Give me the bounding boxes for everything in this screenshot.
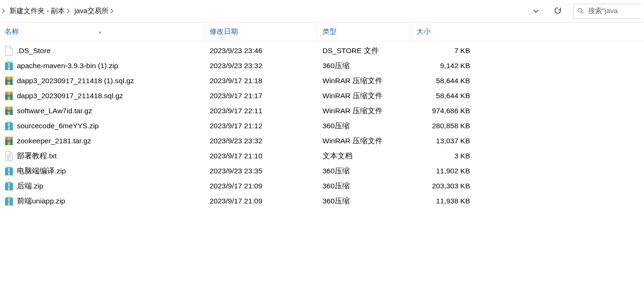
file-zip-icon <box>5 166 13 176</box>
chevron-right-icon[interactable] <box>110 8 116 14</box>
sort-asc-icon: ▴ <box>99 29 101 34</box>
cell-type: DS_STORE 文件 <box>318 46 412 56</box>
cell-date: 2023/9/17 21:18 <box>205 77 318 85</box>
cell-date: 2023/9/17 21:09 <box>205 182 318 190</box>
table-row[interactable]: 前端uniapp.zip2023/9/17 21:09360压缩11,938 K… <box>0 194 644 209</box>
column-size[interactable]: 大小 <box>412 23 475 41</box>
chevron-right-icon[interactable] <box>2 8 8 14</box>
column-headers: 名称 ▴ 修改日期 类型 大小 <box>0 23 644 41</box>
file-blank-icon <box>5 46 13 56</box>
file-name-label: 电脑端编译.zip <box>17 166 66 176</box>
file-zip-icon <box>5 61 13 71</box>
file-zip-icon <box>5 121 13 131</box>
address-bar: 新建文件夹 - 副本 java交易所 搜索"java <box>0 0 644 23</box>
cell-date: 2023/9/17 22:11 <box>205 107 318 115</box>
cell-name: 后端.zip <box>0 181 205 191</box>
file-name-label: 部署教程.txt <box>17 151 57 161</box>
cell-size: 58,644 KB <box>412 92 475 100</box>
table-row[interactable]: 电脑端编译.zip2023/9/23 23:35360压缩11,902 KB <box>0 163 644 179</box>
svg-point-0 <box>578 8 582 12</box>
breadcrumb-item[interactable]: java交易所 <box>72 7 110 16</box>
column-name[interactable]: 名称 ▴ <box>0 23 205 41</box>
table-row[interactable]: dapp3_20230917_211418.sql.gz2023/9/17 21… <box>0 88 644 103</box>
file-rar-icon <box>5 106 13 116</box>
cell-name: dapp3_20230917_211418 (1).sql.gz <box>0 76 205 86</box>
cell-name: .DS_Store <box>0 46 205 56</box>
table-row[interactable]: 后端.zip2023/9/17 21:09360压缩203,303 KB <box>0 179 644 194</box>
search-icon <box>577 8 584 15</box>
cell-date: 2023/9/17 21:17 <box>205 92 318 100</box>
file-name-label: zookeeper_2181.tar.gz <box>17 137 91 145</box>
cell-date: 2023/9/23 23:32 <box>205 62 318 70</box>
breadcrumb-item[interactable]: 新建文件夹 - 副本 <box>8 7 67 16</box>
column-date-label: 修改日期 <box>210 27 238 36</box>
table-row[interactable]: sourcecode_6meYYS.zip2023/9/17 21:12360压… <box>0 118 644 133</box>
table-row[interactable]: .DS_Store2023/9/23 23:46DS_STORE 文件7 KB <box>0 43 644 58</box>
history-dropdown-button[interactable] <box>526 4 546 19</box>
table-row[interactable]: zookeeper_2181.tar.gz2023/9/23 23:32WinR… <box>0 133 644 148</box>
table-row[interactable]: software_LAw7id.tar.gz2023/9/17 22:11Win… <box>0 103 644 118</box>
refresh-icon <box>554 7 562 16</box>
cell-date: 2023/9/23 23:46 <box>205 47 318 55</box>
file-name-label: sourcecode_6meYYS.zip <box>17 122 99 130</box>
cell-type: 360压缩 <box>318 196 412 206</box>
cell-type: 360压缩 <box>318 121 412 131</box>
search-input[interactable]: 搜索"java <box>573 4 641 19</box>
cell-date: 2023/9/17 21:12 <box>205 122 318 130</box>
cell-size: 203,303 KB <box>412 182 475 190</box>
cell-type: WinRAR 压缩文件 <box>318 76 412 86</box>
cell-name: software_LAw7id.tar.gz <box>0 106 205 116</box>
cell-name: apache-maven-3.9.3-bin (1).zip <box>0 61 205 71</box>
cell-type: 360压缩 <box>318 61 412 71</box>
breadcrumb[interactable]: 新建文件夹 - 副本 java交易所 <box>0 0 525 22</box>
cell-name: 电脑端编译.zip <box>0 166 205 176</box>
file-rar-icon <box>5 91 13 101</box>
file-zip-icon <box>5 181 13 191</box>
cell-type: WinRAR 压缩文件 <box>318 136 412 146</box>
cell-size: 7 KB <box>412 47 475 55</box>
cell-type: 360压缩 <box>318 166 412 176</box>
search-placeholder: 搜索"java <box>588 7 618 16</box>
file-rar-icon <box>5 136 13 146</box>
file-list: .DS_Store2023/9/23 23:46DS_STORE 文件7 KBa… <box>0 41 644 209</box>
column-name-label: 名称 <box>5 27 19 36</box>
table-row[interactable]: 部署教程.txt2023/9/17 21:10文本文档3 KB <box>0 148 644 163</box>
column-date[interactable]: 修改日期 <box>205 23 318 41</box>
table-row[interactable]: dapp3_20230917_211418 (1).sql.gz2023/9/1… <box>0 73 644 88</box>
cell-date: 2023/9/17 21:10 <box>205 152 318 160</box>
cell-size: 11,902 KB <box>412 167 475 175</box>
file-name-label: .DS_Store <box>17 47 51 55</box>
cell-type: WinRAR 压缩文件 <box>318 91 412 101</box>
column-size-label: 大小 <box>416 27 431 36</box>
cell-size: 9,142 KB <box>412 62 475 70</box>
svg-line-1 <box>581 12 583 13</box>
file-name-label: software_LAw7id.tar.gz <box>17 107 92 115</box>
cell-date: 2023/9/17 21:09 <box>205 197 318 205</box>
cell-name: sourcecode_6meYYS.zip <box>0 121 205 131</box>
file-name-label: apache-maven-3.9.3-bin (1).zip <box>17 62 118 70</box>
cell-size: 13,037 KB <box>412 137 475 145</box>
cell-date: 2023/9/23 23:35 <box>205 167 318 175</box>
cell-type: 360压缩 <box>318 181 412 191</box>
cell-size: 3 KB <box>412 152 475 160</box>
chevron-down-icon <box>533 9 539 13</box>
refresh-button[interactable] <box>548 4 567 19</box>
cell-size: 11,938 KB <box>412 197 475 205</box>
cell-date: 2023/9/23 23:32 <box>205 137 318 145</box>
file-rar-icon <box>5 76 13 86</box>
file-name-label: dapp3_20230917_211418 (1).sql.gz <box>17 77 134 85</box>
cell-size: 58,644 KB <box>412 77 475 85</box>
column-type[interactable]: 类型 <box>318 23 412 41</box>
file-name-label: 前端uniapp.zip <box>17 196 65 206</box>
cell-name: zookeeper_2181.tar.gz <box>0 136 205 146</box>
file-name-label: 后端.zip <box>17 181 43 191</box>
file-zip-icon <box>5 196 13 206</box>
cell-type: WinRAR 压缩文件 <box>318 106 412 116</box>
cell-size: 280,858 KB <box>412 122 475 130</box>
chevron-right-icon[interactable] <box>67 8 72 14</box>
cell-size: 974,686 KB <box>412 107 475 115</box>
cell-type: 文本文档 <box>318 151 412 161</box>
table-row[interactable]: apache-maven-3.9.3-bin (1).zip2023/9/23 … <box>0 58 644 73</box>
cell-name: 部署教程.txt <box>0 151 205 161</box>
file-name-label: dapp3_20230917_211418.sql.gz <box>17 92 123 100</box>
